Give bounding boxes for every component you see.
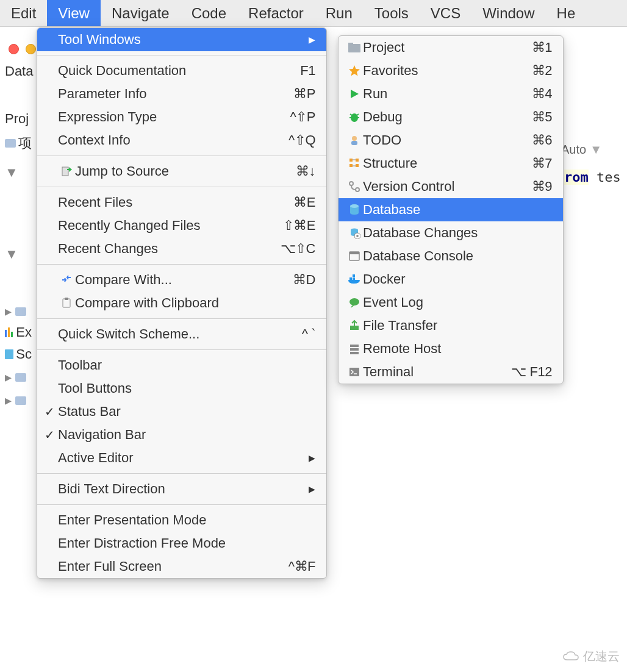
checkmark-icon: ✓ xyxy=(45,404,58,419)
doc-icon xyxy=(5,349,13,359)
menu-item-enter-full-screen[interactable]: Enter Full Screen^⌘F xyxy=(37,555,326,578)
database-icon xyxy=(346,204,363,216)
db-changes-icon xyxy=(346,227,363,239)
strip-folder-2: ▸ xyxy=(0,390,37,411)
menu-edit[interactable]: Edit xyxy=(0,0,47,26)
menu-separator xyxy=(37,55,326,55)
menu-item-recently-changed-files[interactable]: Recently Changed Files⇧⌘E xyxy=(37,214,326,237)
menu-item-compare-with[interactable]: Compare With...⌘D xyxy=(37,268,326,291)
menu-window[interactable]: Window xyxy=(471,0,545,26)
menu-refactor[interactable]: Refactor xyxy=(237,0,315,26)
svg-rect-7 xyxy=(348,44,360,52)
menu-help[interactable]: He xyxy=(546,0,587,26)
strip-project: Proj xyxy=(0,109,37,129)
submenu-arrow-icon: ▶ xyxy=(309,453,315,463)
close-window-button[interactable] xyxy=(9,44,19,54)
svg-rect-5 xyxy=(63,299,70,307)
submenu-arrow-icon: ▶ xyxy=(309,484,315,494)
todo-icon xyxy=(346,134,363,146)
menu-item-parameter-info[interactable]: Parameter Info⌘P xyxy=(37,82,326,105)
svg-rect-14 xyxy=(351,141,357,145)
console-icon xyxy=(346,251,363,262)
menu-navigate[interactable]: Navigate xyxy=(101,0,181,26)
minimize-window-button[interactable] xyxy=(26,44,36,54)
event-log-icon xyxy=(346,297,363,308)
svg-rect-0 xyxy=(5,330,7,337)
menu-item-toolbar[interactable]: Toolbar xyxy=(37,354,326,377)
auto-dropdown[interactable]: Auto▼ xyxy=(561,143,602,157)
submenu-item-database-console[interactable]: Database Console xyxy=(339,245,563,268)
vcs-icon xyxy=(346,181,363,193)
submenu-item-database-changes[interactable]: Database Changes xyxy=(339,221,563,245)
menu-item-recent-files[interactable]: Recent Files⌘E xyxy=(37,191,326,214)
strip-folder-1: ▸ xyxy=(0,367,37,388)
svg-rect-35 xyxy=(350,348,359,351)
menu-item-context-info[interactable]: Context Info^⇧Q xyxy=(37,129,326,152)
menu-item-tool-windows[interactable]: Tool Windows ▶ xyxy=(37,28,326,51)
menu-separator xyxy=(37,264,326,265)
svg-rect-37 xyxy=(349,368,359,376)
menu-separator xyxy=(37,187,326,187)
menu-item-navigation-bar[interactable]: ✓Navigation Bar xyxy=(37,423,326,446)
svg-rect-36 xyxy=(350,352,359,354)
menu-item-compare-with-clipboard[interactable]: Compare with Clipboard xyxy=(37,291,326,315)
tree-chevron[interactable]: ▼ xyxy=(0,162,37,183)
svg-rect-18 xyxy=(356,164,359,167)
menu-separator xyxy=(37,155,326,156)
folder-icon xyxy=(15,373,26,382)
svg-rect-3 xyxy=(5,349,13,359)
submenu-item-version-control[interactable]: Version Control⌘9 xyxy=(339,175,563,198)
menu-item-enter-distraction-free-mode[interactable]: Enter Distraction Free Mode xyxy=(37,532,326,555)
strip-sc: Sc xyxy=(0,344,37,365)
menu-item-quick-switch-scheme[interactable]: Quick Switch Scheme...^ ` xyxy=(37,323,326,346)
svg-rect-29 xyxy=(349,277,352,280)
submenu-item-remote-host[interactable]: Remote Host xyxy=(339,337,563,360)
folder-icon xyxy=(15,307,26,316)
menu-vcs[interactable]: VCS xyxy=(420,0,471,26)
submenu-item-favorites[interactable]: Favorites⌘2 xyxy=(339,59,563,82)
compare-icon xyxy=(58,274,75,285)
menu-item-recent-changes[interactable]: Recent Changes⌥⇧C xyxy=(37,237,326,260)
menu-item-enter-presentation-mode[interactable]: Enter Presentation Mode xyxy=(37,509,326,532)
menubar: Edit View Navigate Code Refactor Run Too… xyxy=(0,0,627,27)
svg-rect-28 xyxy=(349,252,359,254)
jump-icon xyxy=(58,166,75,177)
menu-item-expression-type[interactable]: Expression Type^⇧P xyxy=(37,105,326,129)
tree-chevron-2[interactable]: ▼ xyxy=(0,244,37,265)
play-icon xyxy=(346,88,363,99)
menu-tools[interactable]: Tools xyxy=(364,0,420,26)
svg-rect-2 xyxy=(11,332,13,337)
menu-item-quick-documentation[interactable]: Quick DocumentationF1 xyxy=(37,59,326,82)
menu-code[interactable]: Code xyxy=(181,0,237,26)
menu-separator xyxy=(37,473,326,474)
submenu-item-docker[interactable]: Docker xyxy=(339,268,563,291)
svg-point-13 xyxy=(352,136,357,141)
editor-code: rom tes xyxy=(564,170,621,185)
submenu-item-run[interactable]: Run⌘4 xyxy=(339,82,563,105)
menu-separator xyxy=(37,349,326,350)
submenu-item-terminal[interactable]: Terminal⌥ F12 xyxy=(339,360,563,384)
svg-rect-17 xyxy=(356,159,359,162)
menu-view[interactable]: View xyxy=(47,0,101,26)
submenu-item-todo[interactable]: TODO⌘6 xyxy=(339,129,563,152)
submenu-item-database[interactable]: Database xyxy=(339,198,563,221)
strip-ex: ▸ xyxy=(0,301,37,322)
menu-item-tool-buttons[interactable]: Tool Buttons xyxy=(37,377,326,400)
view-dropdown: Tool Windows ▶ Quick DocumentationF1 Par… xyxy=(37,27,327,579)
folder-icon xyxy=(5,139,16,148)
submenu-item-file-transfer[interactable]: File Transfer xyxy=(339,314,563,337)
menu-item-active-editor[interactable]: Active Editor▶ xyxy=(37,446,326,470)
menu-item-bidi-text-direction[interactable]: Bidi Text Direction▶ xyxy=(37,477,326,501)
menu-item-jump-to-source[interactable]: Jump to Source⌘↓ xyxy=(37,160,326,183)
submenu-item-debug[interactable]: Debug⌘5 xyxy=(339,105,563,129)
submenu-item-structure[interactable]: Structure⌘7 xyxy=(339,152,563,175)
menu-run[interactable]: Run xyxy=(315,0,364,26)
terminal-icon xyxy=(346,366,363,377)
menu-separator xyxy=(37,504,326,505)
submenu-item-project[interactable]: Project⌘1 xyxy=(339,36,563,59)
bug-icon xyxy=(346,112,363,123)
svg-rect-33 xyxy=(350,326,359,330)
submenu-item-event-log[interactable]: Event Log xyxy=(339,291,563,314)
menu-item-status-bar[interactable]: ✓Status Bar xyxy=(37,400,326,423)
strip-item-cn: 项 xyxy=(0,132,37,155)
